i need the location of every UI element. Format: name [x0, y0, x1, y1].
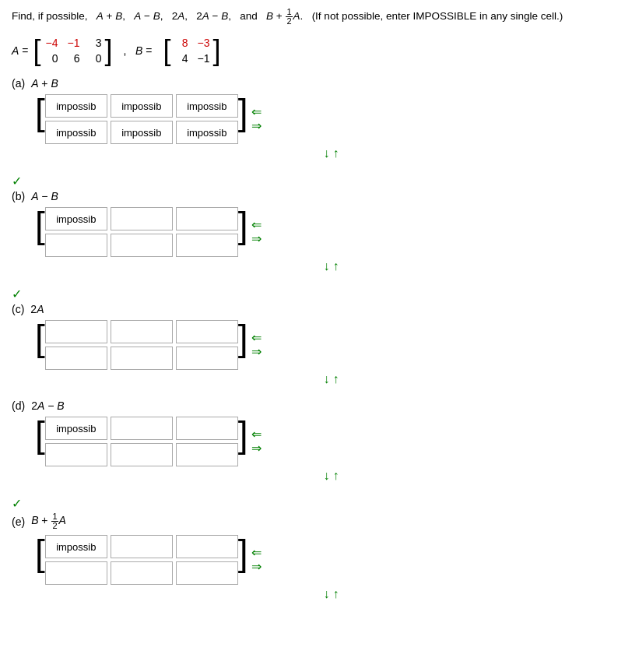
part-e-r2c2[interactable]	[111, 561, 173, 585]
part-e-r1c3[interactable]	[176, 535, 238, 558]
part-e-letter: (e)	[12, 515, 25, 528]
part-e-down-arrow[interactable]: ↓	[324, 588, 330, 600]
part-b-r1c1[interactable]	[45, 207, 107, 230]
part-b-down-arrow[interactable]: ↓	[324, 260, 330, 273]
instruction-note: (If not possible, enter IMPOSSIBLE in an…	[312, 10, 564, 22]
part-b-right-arrow[interactable]: ⇒	[251, 233, 262, 245]
part-b-r2c2[interactable]	[111, 234, 173, 257]
part-c-r2c3[interactable]	[176, 347, 238, 370]
part-d-down-arrow[interactable]: ↓	[324, 470, 330, 482]
expr-AplusB: A + B,	[97, 10, 132, 22]
part-c-r2c1[interactable]	[45, 347, 107, 370]
part-a-label: (a) A + B	[12, 77, 627, 90]
part-a-r2c1[interactable]	[45, 121, 107, 144]
part-d-matrix-wrapper: [ ] ⇐ ⇒	[35, 417, 627, 466]
part-c-matrix-wrapper: [ ] ⇐ ⇒	[35, 320, 627, 370]
part-d-arrow-controls: ⇐ ⇒	[251, 428, 262, 455]
part-a-r1c3[interactable]	[176, 94, 238, 118]
part-e-r1c2[interactable]	[111, 535, 173, 558]
part-a-r1c1[interactable]	[45, 94, 107, 118]
part-e-bracket-right: ]	[238, 535, 248, 585]
part-d-matrix: [ ]	[35, 417, 248, 466]
part-c-arrow-controls: ⇐ ⇒	[251, 332, 262, 358]
part-d-r2c1[interactable]	[45, 443, 107, 466]
part-a-left-arrow[interactable]: ⇐	[251, 106, 262, 118]
part-c-cells	[45, 320, 238, 370]
part-b-r2c3[interactable]	[176, 234, 238, 257]
part-e-section: ✓ (e) B + 12A [ ] ⇐ ⇒ ↓ ↑	[12, 496, 627, 600]
A-r1c1: −4	[44, 37, 58, 49]
B-r1c1: 8	[174, 37, 188, 49]
part-d-section: (d) 2A − B [ ] ⇐ ⇒ ↓ ↑	[12, 399, 627, 482]
part-c-section: ✓ (c) 2A [ ] ⇐ ⇒ ↓ ↑	[12, 287, 627, 385]
part-b-bracket-left: [	[35, 207, 45, 257]
part-a-up-arrow[interactable]: ↑	[333, 147, 339, 160]
part-d-left-arrow[interactable]: ⇐	[251, 428, 262, 441]
part-e-arrow-controls: ⇐ ⇒	[251, 547, 262, 573]
part-b-up-down: ↓ ↑	[35, 260, 627, 273]
part-b-up-arrow[interactable]: ↑	[333, 260, 339, 273]
bracket-right-A: ]	[104, 37, 112, 65]
part-e-r2c1[interactable]	[45, 561, 107, 585]
part-e-r2c3[interactable]	[176, 561, 238, 585]
matrix-B: [ 8 −3 4 −1 ]	[163, 35, 220, 66]
part-b-label: (b) A − B	[12, 190, 627, 202]
part-b-left-arrow[interactable]: ⇐	[251, 219, 262, 231]
part-d-r2c2[interactable]	[111, 443, 173, 466]
part-c-matrix: [ ]	[35, 320, 248, 370]
part-e-matrix: [ ]	[35, 535, 248, 585]
part-c-left-arrow[interactable]: ⇐	[251, 332, 262, 344]
part-a-down-arrow[interactable]: ↓	[324, 147, 330, 160]
part-a-r2c3[interactable]	[176, 121, 238, 144]
B-r2c1: 4	[174, 52, 188, 65]
part-d-r1c3[interactable]	[176, 417, 238, 440]
part-c-down-arrow[interactable]: ↓	[324, 373, 330, 385]
part-c-label: (c) 2A	[12, 303, 627, 315]
part-c-letter: (c)	[12, 303, 24, 315]
part-d-up-arrow[interactable]: ↑	[333, 470, 339, 482]
part-c-r2c2[interactable]	[111, 347, 173, 370]
part-d-letter: (d)	[12, 399, 25, 412]
part-a-bracket-left: [	[35, 94, 45, 144]
part-b-r1c2[interactable]	[111, 207, 173, 230]
expr-2AminusB: 2A − B,	[196, 10, 237, 22]
part-e-left-arrow[interactable]: ⇐	[251, 547, 262, 559]
part-c-r1c2[interactable]	[111, 320, 173, 343]
part-d-r2c3[interactable]	[176, 443, 238, 466]
part-a-section: (a) A + B [ ] ⇐ ⇒ ↓ ↑	[12, 77, 627, 160]
part-b-r1c3[interactable]	[176, 207, 238, 230]
part-c-up-arrow[interactable]: ↑	[333, 373, 339, 385]
part-a-right-arrow[interactable]: ⇒	[251, 120, 262, 132]
part-a-bracket-right: ]	[238, 94, 248, 144]
part-d-r1c2[interactable]	[111, 417, 173, 440]
part-b-arrow-controls: ⇐ ⇒	[251, 219, 262, 245]
B-r2c2: −1	[195, 52, 209, 65]
part-e-up-down: ↓ ↑	[35, 588, 627, 600]
part-b-r2c1[interactable]	[45, 234, 107, 257]
part-d-label: (d) 2A − B	[12, 399, 627, 412]
bracket-right-B: ]	[212, 37, 220, 65]
part-b-expression: A − B	[31, 190, 58, 202]
part-e-r1c1[interactable]	[45, 535, 107, 558]
part-e-up-arrow[interactable]: ↑	[333, 588, 339, 600]
part-d-cells	[45, 417, 238, 466]
matrix-A: [ −4 −1 3 0 6 0 ]	[33, 35, 112, 66]
part-d-up-down: ↓ ↑	[35, 470, 627, 482]
matrices-definition: A = [ −4 −1 3 0 6 0 ] , B = [ 8 −3 4 −1 …	[12, 35, 627, 66]
part-c-r1c1[interactable]	[45, 320, 107, 343]
part-a-r1c2[interactable]	[111, 94, 173, 118]
part-c-r1c3[interactable]	[176, 320, 238, 343]
part-a-r2c2[interactable]	[111, 121, 173, 144]
B-r1c2: −3	[195, 37, 209, 49]
part-c-right-arrow[interactable]: ⇒	[251, 346, 262, 358]
expr-and: and	[240, 10, 258, 22]
part-d-r1c1[interactable]	[45, 417, 107, 440]
part-b-cells	[45, 207, 238, 257]
part-d-right-arrow[interactable]: ⇒	[251, 442, 262, 455]
expr-2A: 2A,	[172, 10, 194, 22]
part-b-matrix: [ ]	[35, 207, 248, 257]
part-b-letter: (b)	[12, 190, 25, 202]
part-e-matrix-wrapper: [ ] ⇐ ⇒	[35, 535, 627, 585]
part-e-right-arrow[interactable]: ⇒	[251, 561, 262, 573]
part-a-matrix-wrapper: [ ] ⇐ ⇒	[35, 94, 627, 144]
